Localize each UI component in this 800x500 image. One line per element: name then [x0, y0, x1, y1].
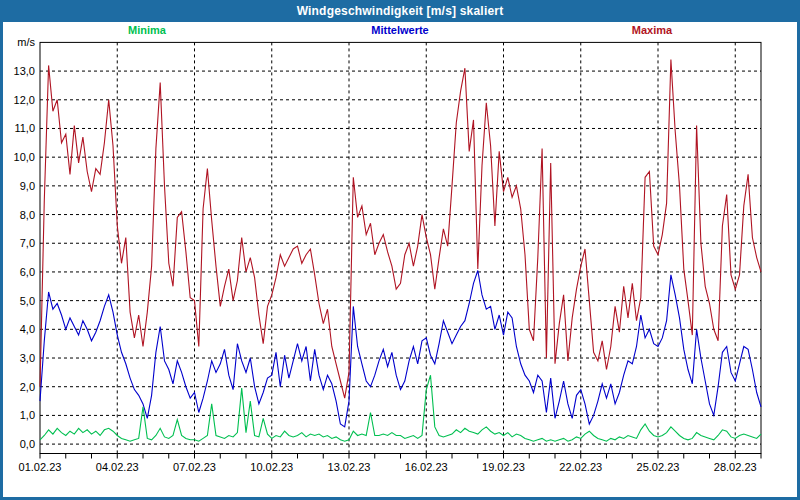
- x-tick-label: 22.02.23: [559, 461, 602, 473]
- x-tick-label: 04.02.23: [96, 461, 139, 473]
- wind-speed-chart: 0,01,02,03,04,05,06,07,08,09,010,011,012…: [0, 0, 800, 500]
- y-tick-label: 1,0: [20, 409, 35, 421]
- plot-frame: [40, 42, 761, 453]
- y-tick-label: 11,0: [14, 122, 35, 134]
- y-tick-label: 10,0: [14, 151, 35, 163]
- x-tick-label: 13.02.23: [328, 461, 371, 473]
- mittelwerte-line: [40, 271, 761, 427]
- y-tick-label: 8,0: [20, 209, 35, 221]
- y-tick-label: 0,0: [20, 438, 35, 450]
- x-tick-label: 25.02.23: [637, 461, 680, 473]
- x-tick-label: 10.02.23: [250, 461, 293, 473]
- y-tick-label: 12,0: [14, 94, 35, 106]
- x-tick-label: 07.02.23: [173, 461, 216, 473]
- y-tick-label: 9,0: [20, 180, 35, 192]
- y-tick-label: 4,0: [20, 323, 35, 335]
- x-tick-label: 28.02.23: [714, 461, 757, 473]
- maxima-line: [40, 60, 761, 399]
- y-tick-label: 5,0: [20, 295, 35, 307]
- y-tick-label: 6,0: [20, 266, 35, 278]
- y-tick-label: 13,0: [14, 65, 35, 77]
- x-tick-label: 01.02.23: [19, 461, 62, 473]
- y-tick-label: 7,0: [20, 237, 35, 249]
- application-window: Windgeschwindigkeit [m/s] skaliert Minim…: [0, 0, 800, 500]
- y-tick-label: 2,0: [20, 381, 35, 393]
- y-tick-label: 3,0: [20, 352, 35, 364]
- x-tick-label: 16.02.23: [405, 461, 448, 473]
- minima-line: [40, 375, 761, 441]
- x-tick-label: 19.02.23: [482, 461, 525, 473]
- y-axis-unit-label: m/s: [17, 36, 35, 48]
